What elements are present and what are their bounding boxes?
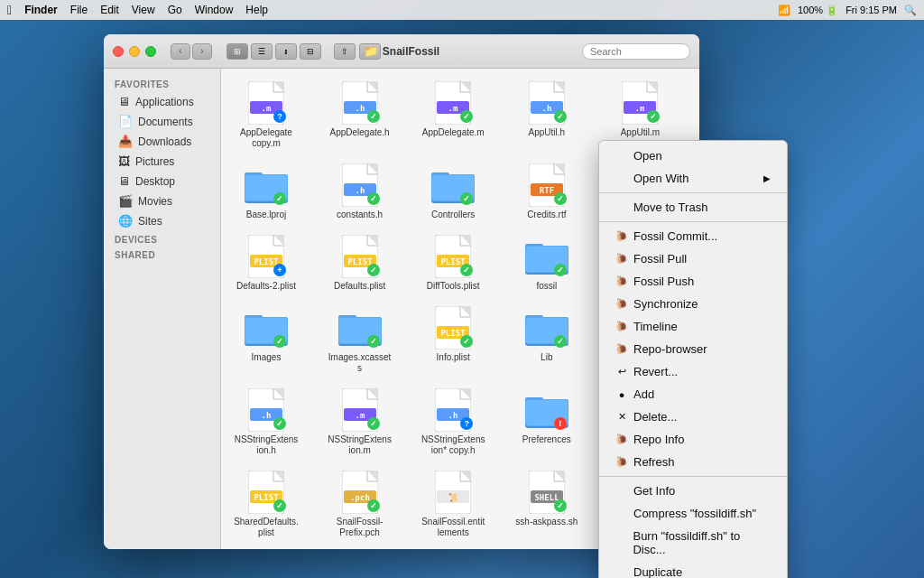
file-item[interactable]: ✓ Controllers [417, 160, 489, 224]
ctx-item-label: Get Info [633, 484, 675, 498]
file-menu[interactable]: File [70, 4, 88, 16]
badge-green: ✓ [273, 417, 286, 430]
badge-green: ✓ [273, 335, 286, 348]
sidebar-item-documents[interactable]: 📄 Documents [107, 112, 217, 131]
wifi-icon: 📶 [778, 5, 790, 16]
ctx-item-refresh[interactable]: 🐌 Refresh [599, 451, 787, 473]
file-item[interactable]: ✓ Lib [511, 303, 583, 378]
fossil-icon: 🐌 [615, 456, 628, 468]
ctx-item-label: Repo-browser [633, 342, 707, 356]
edit-menu[interactable]: Edit [100, 4, 119, 16]
file-item[interactable]: .m ? AppDelegate copy.m [230, 78, 302, 153]
sidebar-label-downloads: Downloads [138, 135, 191, 148]
file-item[interactable]: .h ✓ NSStringExtension.h [230, 385, 302, 460]
file-item[interactable]: PLIST + Defaults-2.plist [230, 231, 302, 295]
file-icon-container: ✓ [338, 306, 382, 350]
devices-label: Devices [104, 231, 220, 247]
file-item[interactable]: 📜 SnailFossil.entitlements [417, 467, 489, 542]
maximize-button[interactable] [145, 46, 156, 57]
ctx-item-fossil-push[interactable]: 🐌 Fossil Push [599, 270, 787, 293]
ctx-item-fossil-commit...[interactable]: 🐌 Fossil Commit... [599, 225, 787, 247]
file-name: NSStringExtension.m [328, 434, 393, 456]
file-icon-container: 📜 [431, 471, 475, 514]
ctx-item-compress-"fossildiff.sh"[interactable]: Compress "fossildiff.sh" [599, 502, 787, 525]
ctx-item-repo-info[interactable]: 🐌 Repo Info [599, 428, 787, 451]
file-item[interactable]: ✓ Images.xcassets [324, 303, 396, 378]
file-item[interactable]: SHELL ✓ ssh-askpass.sh [511, 467, 583, 542]
file-item[interactable]: PLIST ✓ Defaults.plist [324, 231, 396, 295]
ctx-item-left: 🐌 Timeline [615, 320, 678, 333]
sidebar-item-desktop[interactable]: 🖥 Desktop [107, 172, 217, 191]
menu-bar-right: 📶 100% 🔋 Fri 9:15 PM 🔍 [778, 5, 917, 16]
badge-green: ✓ [367, 335, 380, 348]
search-icon[interactable]: 🔍 [904, 5, 917, 16]
go-menu[interactable]: Go [168, 4, 182, 16]
file-item[interactable]: .m ✓ NSStringExtension.m [324, 385, 396, 460]
ctx-item-left: 🐌 Repo-browser [615, 342, 707, 356]
search-input[interactable] [582, 43, 690, 60]
file-item[interactable]: .h ✓ AppDelegate.h [324, 78, 396, 153]
file-name: Images.xcassets [328, 352, 393, 374]
view-menu[interactable]: View [132, 4, 155, 16]
file-item[interactable]: ! Preferences [511, 385, 583, 460]
sidebar-item-movies[interactable]: 🎬 Movies [107, 191, 217, 210]
file-item[interactable]: ✓ Images [230, 303, 302, 378]
ctx-item-get-info[interactable]: Get Info [599, 480, 787, 502]
ctx-item-fossil-pull[interactable]: 🐌 Fossil Pull [599, 247, 787, 270]
ctx-item-add[interactable]: ● Add [599, 383, 787, 406]
back-button[interactable]: ‹ [171, 43, 190, 60]
apple-menu[interactable]:  [7, 3, 12, 17]
ctx-item-open[interactable]: Open [599, 144, 787, 167]
gallery-view-button[interactable]: ⊟ [300, 43, 321, 60]
ctx-item-open-with[interactable]: Open With ▶ [599, 167, 787, 190]
file-name: AppDelegate.h [330, 127, 390, 138]
ctx-item-timeline[interactable]: 🐌 Timeline [599, 315, 787, 338]
minimize-button[interactable] [129, 46, 140, 57]
file-name: Base.lproj [246, 210, 286, 220]
ctx-item-move-to-trash[interactable]: Move to Trash [599, 196, 787, 219]
app-name-menu[interactable]: Finder [24, 4, 58, 16]
column-view-button[interactable]: ⫾ [275, 43, 297, 60]
file-icon-container: .m ✓ [618, 81, 661, 125]
ctx-item-synchronize[interactable]: 🐌 Synchronize [599, 293, 787, 315]
sidebar-item-sites[interactable]: 🌐 Sites [107, 211, 217, 230]
file-item[interactable]: .h ✓ AppUtil.h [511, 78, 583, 153]
ctx-item-repo-browser[interactable]: 🐌 Repo-browser [599, 338, 787, 360]
sidebar-item-downloads[interactable]: 📥 Downloads [107, 132, 217, 151]
sidebar-item-pictures[interactable]: 🖼 Pictures [107, 152, 217, 171]
sidebar-item-applications[interactable]: 🖥 Applications [107, 92, 217, 111]
ctx-item-burn-"fossildiff.sh"-to-disc...[interactable]: Burn "fossildiff.sh" to Disc... [599, 525, 787, 561]
file-item[interactable]: .h ✓ constants.h [324, 160, 396, 224]
badge-green: ✓ [367, 417, 380, 430]
close-button[interactable] [113, 46, 124, 57]
forward-button[interactable]: › [192, 43, 212, 60]
file-item[interactable]: PLIST ✓ DiffTools.plist [417, 231, 489, 295]
file-icon-container: .h ✓ [525, 81, 568, 125]
file-item[interactable]: .h ? NSStringExtension* copy.h [417, 385, 489, 460]
ctx-item-delete...[interactable]: ✕ Delete... [599, 406, 787, 428]
fossil-icon: 🐌 [615, 230, 628, 242]
icon-view-button[interactable]: ⊞ [226, 43, 248, 60]
file-name: Info.plist [437, 352, 470, 363]
file-item[interactable]: PLIST ✓ Info.plist [417, 303, 489, 378]
ctx-item-duplicate[interactable]: Duplicate [599, 561, 787, 578]
file-item[interactable]: .pch ✓ SnailFossil-Prefix.pch [324, 467, 396, 542]
file-item[interactable]: ✓ Base.lproj [230, 160, 302, 224]
list-view-button[interactable]: ☰ [251, 43, 273, 60]
help-menu[interactable]: Help [245, 4, 268, 16]
file-item[interactable]: ✓ fossil [511, 231, 583, 295]
ctx-item-label: Open With [633, 172, 688, 185]
file-name: Lib [541, 352, 552, 363]
file-icon-container: ✓ [245, 163, 288, 207]
sidebar-label-movies: Movies [138, 195, 172, 208]
action-button[interactable]: ⇧ [334, 43, 356, 60]
file-item[interactable]: PLIST ✓ SharedDefaults.plist [230, 467, 302, 542]
nav-buttons: ‹ › [171, 43, 212, 60]
file-name: Credits.rtf [527, 210, 566, 220]
file-item[interactable]: .m ✓ AppDelegate.m [417, 78, 489, 153]
window-menu[interactable]: Window [195, 4, 234, 16]
file-icon-container: PLIST ✓ [338, 235, 382, 278]
file-item[interactable]: RTF ✓ Credits.rtf [511, 160, 583, 224]
fossil-icon: 🐌 [615, 275, 628, 287]
ctx-item-revert...[interactable]: ↩ Revert... [599, 360, 787, 383]
